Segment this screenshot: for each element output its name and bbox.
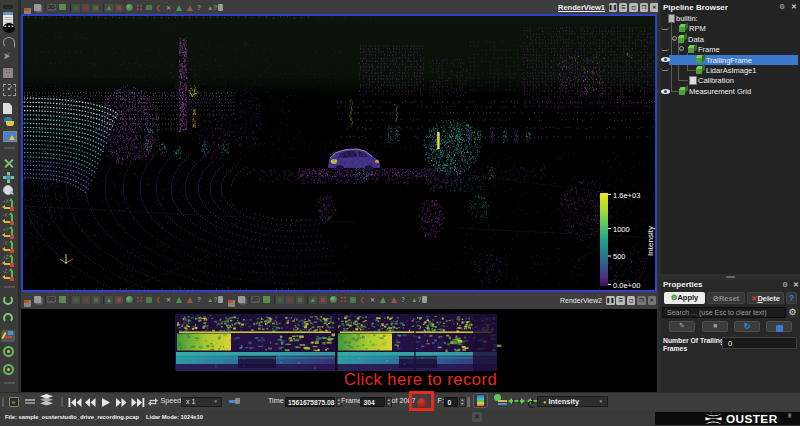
svg-text:1.6e+03: 1.6e+03	[613, 191, 640, 200]
svg-text:OUSTER: OUSTER	[726, 413, 778, 425]
svg-text:500: 500	[613, 252, 626, 261]
svg-text:0.0e+00: 0.0e+00	[613, 281, 640, 290]
svg-text:1000: 1000	[613, 225, 630, 234]
svg-text:Intensity: Intensity	[646, 226, 655, 256]
svg-text:®: ®	[788, 413, 792, 419]
